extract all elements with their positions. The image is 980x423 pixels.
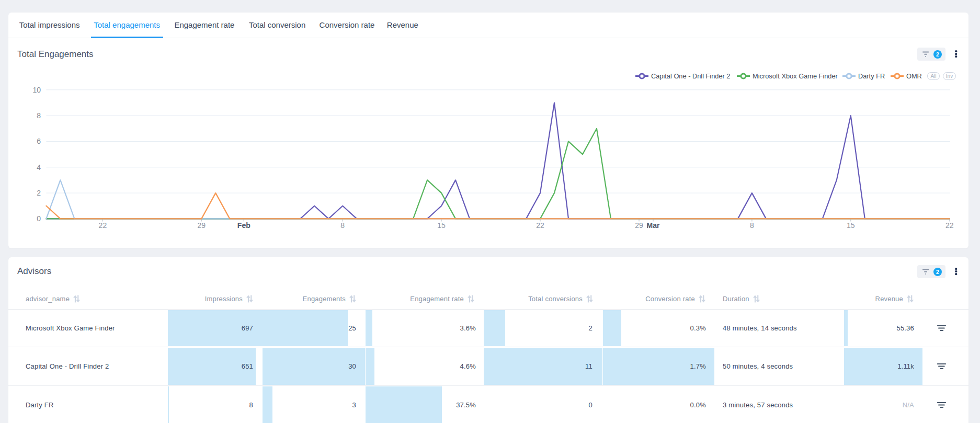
svg-text:29: 29: [198, 221, 206, 230]
svg-text:8: 8: [340, 221, 345, 230]
svg-text:15: 15: [437, 221, 446, 230]
svg-text:8: 8: [37, 111, 41, 120]
svg-text:6: 6: [37, 137, 41, 145]
svg-text:15: 15: [847, 221, 855, 230]
svg-text:Mar: Mar: [647, 221, 660, 230]
svg-text:8: 8: [750, 221, 754, 230]
svg-text:22: 22: [945, 221, 954, 230]
svg-text:10: 10: [32, 86, 41, 94]
svg-text:22: 22: [99, 221, 107, 230]
svg-text:0: 0: [37, 214, 41, 223]
svg-text:22: 22: [536, 221, 544, 230]
svg-text:29: 29: [635, 221, 643, 230]
svg-text:Feb: Feb: [237, 221, 250, 230]
svg-text:4: 4: [37, 163, 41, 172]
svg-text:2: 2: [37, 189, 41, 197]
